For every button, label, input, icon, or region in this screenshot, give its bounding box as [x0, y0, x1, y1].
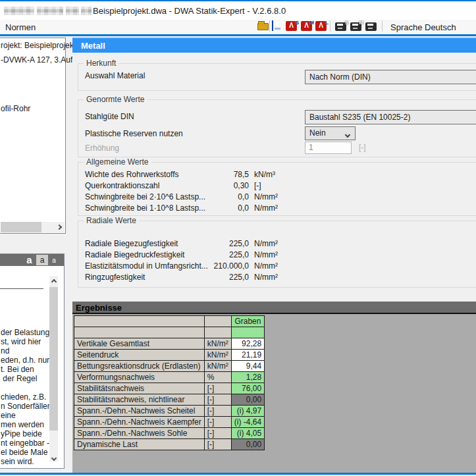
table-header-row: Graben	[74, 316, 265, 327]
language-selector[interactable]: Deutsch	[425, 22, 456, 32]
row-label: Seitendruck	[74, 350, 205, 361]
value-row-value: 225,0	[190, 273, 249, 282]
chevron-up-icon	[51, 279, 56, 284]
pdf-export-s-icon[interactable]: ΛS	[286, 21, 297, 31]
open-folder-icon[interactable]	[257, 23, 269, 30]
font-size-large-button[interactable]: a	[24, 255, 35, 265]
save-icon[interactable]	[272, 20, 273, 31]
tree-item-profil-rohr[interactable]: ofil-Rohr	[1, 104, 30, 113]
print-s-icon[interactable]: S	[335, 22, 346, 31]
scroll-up-button[interactable]	[49, 276, 58, 284]
value-row-unit: N/mm²	[254, 273, 278, 282]
value-row-label: Elastizitätsmodul in Umfangsricht...	[85, 261, 208, 271]
row-unit: [-]	[204, 394, 231, 406]
material-select-field[interactable]: Nach Norm (DIN)	[305, 70, 476, 84]
toolbar-separator	[330, 20, 331, 32]
group-genormte-werte: Genormte Werte Stahlgüte DIN Baustahl S2…	[78, 99, 476, 157]
empty-cell	[74, 327, 205, 338]
scrollbar-thumb[interactable]	[49, 287, 58, 431]
pdf-export-m-icon[interactable]: ΛM	[301, 21, 312, 31]
window-title: Beispielprojekt.dwa - DWA Statik-Expert …	[93, 6, 286, 16]
pdf-export-l-icon[interactable]: ΛL	[315, 21, 327, 31]
table-row: Vertikale Gesamtlast kN/m² 92,28	[74, 338, 265, 350]
scrollbar-thumb[interactable]	[1, 222, 41, 232]
chevron-down-icon	[51, 456, 56, 461]
table-row: Dynamische Last [-] 0,00	[74, 439, 265, 450]
table-row: Stabilitätsnachweis [-] 76,00	[74, 383, 265, 394]
tree-item-project[interactable]: rojekt: Beispielprojekt	[1, 41, 76, 50]
scroll-down-button[interactable]	[49, 453, 58, 462]
redacted-text	[66, 7, 79, 15]
row-label: Spann.-/Dehn.-Nachweis Kaempfer	[74, 417, 205, 428]
erhoehung-input: 1	[305, 142, 352, 154]
group-legend: Allgemeine Werte	[84, 157, 151, 167]
row-value: 9,44	[231, 361, 264, 372]
row-value: 0,00	[231, 439, 264, 450]
row-label: Spann.-/Dehn.-Nachweis Sohle	[74, 428, 205, 439]
group-herkunft: Herkunft Auswahl Material Nach Norm (DIN…	[78, 63, 476, 91]
project-tree-panel: rojekt: Beispielprojekt -DVWK-A 127, 3.A…	[0, 38, 66, 234]
value-row-unit: N/mm²	[254, 192, 278, 201]
table-row: Seitendruck kN/m² 21,19	[74, 350, 265, 361]
menu-normen[interactable]: Normen	[5, 22, 36, 32]
value-row-label: Schwingbreite bei 2·10^6 Lastsp...	[85, 192, 205, 201]
row-label: Stabilitätsnachweis	[74, 383, 205, 394]
stahlguete-select-field[interactable]: Baustahl S235 (EN 10025-2)	[305, 110, 476, 124]
toolbar-separator	[269, 20, 270, 32]
row-label: Verformungsnachweis	[74, 372, 205, 383]
redacted-text	[4, 7, 34, 15]
value-row-label: Schwingbreite bei 1·10^8 Lastsp...	[85, 203, 205, 213]
row-value: 0,00	[231, 394, 264, 406]
chevron-right-icon	[56, 225, 61, 230]
results-title: Ergebnisse	[76, 303, 122, 313]
pdf-s-label: S	[296, 18, 299, 28]
row-label: Vertikale Gesamtlast	[74, 338, 205, 350]
redacted-text	[37, 7, 63, 15]
row-label: Spann.-/Dehn.-Nachweis Scheitel	[74, 406, 205, 417]
plastische-reserven-dropdown[interactable]: Nein	[305, 126, 356, 140]
row-unit: kN/m²	[204, 361, 231, 372]
value-row-unit: N/mm²	[254, 203, 278, 213]
row-value: 92,28	[231, 338, 264, 350]
value-row-label: Querkontraktionszahl	[85, 181, 159, 190]
print-m-icon[interactable]: M	[350, 22, 361, 31]
print-icon[interactable]	[365, 22, 377, 31]
value-row-unit: N/mm²	[254, 239, 278, 248]
row-unit: %	[204, 372, 231, 383]
value-row-unit: [-]	[254, 181, 261, 190]
erhoehung-label: Erhöhung	[85, 144, 119, 153]
value-row-unit: N/mm²	[254, 250, 278, 259]
group-legend: Herkunft	[84, 59, 119, 68]
accent-divider	[0, 34, 476, 36]
font-size-small-button[interactable]: a	[49, 255, 59, 266]
row-unit: kN/m²	[204, 350, 231, 361]
font-size-medium-button[interactable]: a	[36, 255, 48, 265]
row-unit: [-]	[204, 439, 231, 450]
vertical-scrollbar[interactable]	[49, 276, 58, 462]
print-s-label: S	[345, 20, 348, 26]
row-value: 76,00	[231, 383, 264, 394]
column-header-graben: Graben	[231, 316, 264, 327]
group-radiale-werte: Radiale Werte Radiale Biegezugfestigkeit…	[78, 221, 476, 288]
value-row-value: 210.000,0	[190, 261, 249, 271]
section-title: Metall	[81, 41, 105, 51]
help-panel: a a a der Belastung st, wird hier nd ede…	[0, 253, 65, 469]
value-row-label: Ringzugfestigkeit	[85, 273, 145, 282]
value-row-label: Radiale Biegezugfestigkeit	[85, 239, 178, 248]
group-legend: Radiale Werte	[84, 216, 139, 225]
table-row: Stabilitätsnachweis, nichtlinear [-] 0,0…	[74, 394, 265, 406]
row-label: Dynamische Last	[74, 439, 205, 450]
empty-cell	[204, 327, 231, 338]
tree-item-norm[interactable]: -DVWK-A 127, 3.Aufl	[1, 55, 74, 65]
table-row: Spann.-/Dehn.-Nachweis Kaempfer [-] (i) …	[74, 417, 265, 428]
redacted-text	[81, 7, 92, 15]
empty-cell	[74, 316, 205, 327]
print-m-label: M	[359, 20, 363, 26]
sprache-label: Sprache	[390, 22, 422, 32]
value-row-value: 0,30	[190, 181, 249, 190]
scroll-right-button[interactable]	[53, 222, 65, 232]
horizontal-scrollbar[interactable]	[1, 222, 65, 232]
dropdown-value: Nein	[309, 128, 326, 138]
title-bar: Beispielprojekt.dwa - DWA Statik-Expert …	[0, 0, 476, 20]
row-unit: kN/m²	[204, 338, 231, 350]
